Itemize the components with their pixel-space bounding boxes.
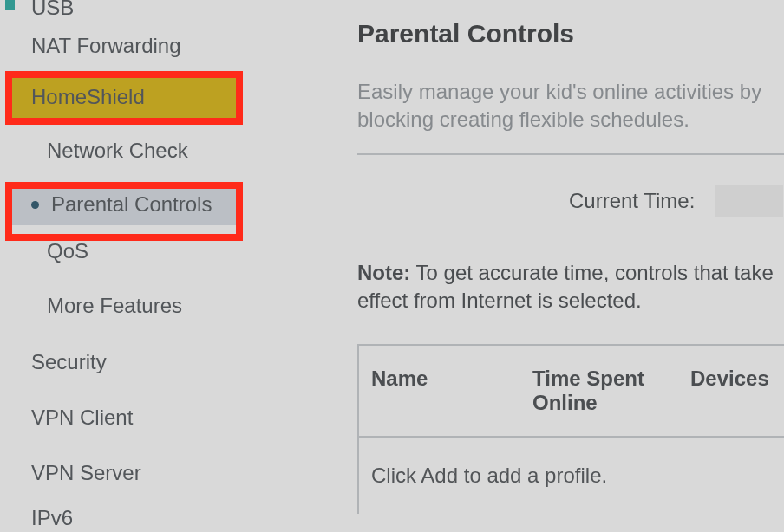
current-time-row: Current Time: [569, 185, 784, 217]
sidebar-item-label: Security [31, 350, 107, 374]
sidebar-item-label: VPN Client [31, 405, 133, 430]
sidebar-item-parental-controls[interactable]: Parental Controls [5, 184, 241, 225]
sidebar-item-label: More Features [47, 294, 182, 318]
page-description: Easily manage your kid's online activiti… [357, 78, 784, 134]
table-header-time: Time Spent Online [520, 346, 678, 436]
sidebar-item-security[interactable]: Security [5, 334, 241, 390]
sidebar-accent [5, 0, 15, 10]
sidebar-item-network-check[interactable]: Network Check [5, 118, 241, 184]
sidebar-item-vpn-server[interactable]: VPN Server [5, 445, 241, 501]
sidebar-item-label: USB [31, 0, 74, 20]
sidebar-item-usb[interactable]: USB [5, 0, 241, 16]
profiles-table: Name Time Spent Online Devices Click Add… [357, 344, 784, 514]
table-header-name: Name [359, 346, 520, 412]
sidebar-item-ipv6[interactable]: IPv6 [5, 501, 241, 532]
note-text: Note: To get accurate time, controls tha… [357, 259, 784, 315]
sidebar-item-label: VPN Server [31, 461, 141, 485]
sidebar-item-label: IPv6 [31, 506, 73, 530]
sidebar-item-vpn-client[interactable]: VPN Client [5, 390, 241, 445]
bullet-icon [31, 201, 39, 209]
sidebar-item-more-features[interactable]: More Features [5, 277, 241, 334]
sidebar-item-homeshield[interactable]: HomeShield [5, 76, 241, 118]
table-header-devices: Devices [678, 346, 784, 412]
sidebar-item-label: Network Check [47, 139, 188, 163]
sidebar-item-label: Parental Controls [51, 192, 212, 217]
sidebar-item-label: HomeShield [31, 85, 145, 109]
divider [357, 153, 784, 155]
current-time-value [715, 185, 783, 217]
page-title: Parental Controls [357, 19, 784, 49]
sidebar-item-label: NAT Forwarding [31, 34, 181, 58]
table-empty-message: Click Add to add a profile. [359, 438, 784, 514]
current-time-label: Current Time: [569, 189, 695, 213]
sidebar-item-label: QoS [47, 239, 88, 263]
note-label: Note: [357, 261, 410, 284]
note-body: To get accurate time, controls that take… [357, 261, 774, 312]
sidebar: USB NAT Forwarding HomeShield Network Ch… [5, 0, 241, 532]
table-empty-row: Click Add to add a profile. [359, 438, 784, 514]
sidebar-item-nat-forwarding[interactable]: NAT Forwarding [5, 16, 241, 76]
table-header-row: Name Time Spent Online Devices [359, 346, 784, 438]
sidebar-item-qos[interactable]: QoS [5, 225, 241, 277]
